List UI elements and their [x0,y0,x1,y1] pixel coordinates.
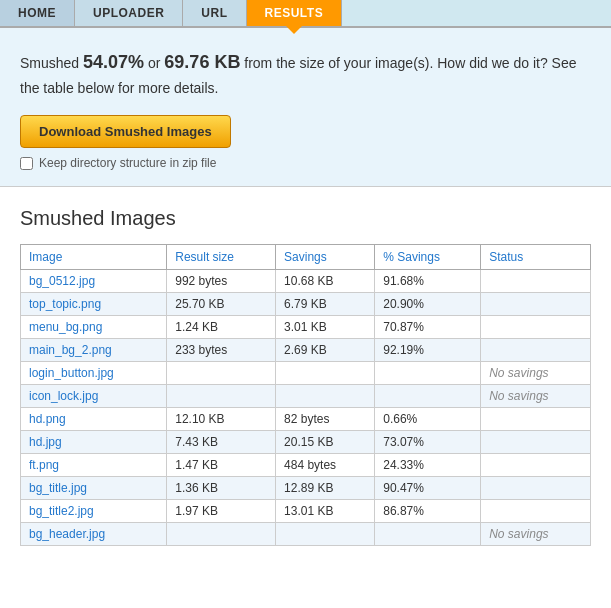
cell-result-size [167,362,276,385]
table-row: main_bg_2.png233 bytes2.69 KB92.19% [21,339,591,362]
cell-pct-savings: 91.68% [375,270,481,293]
checkbox-row: Keep directory structure in zip file [20,156,591,170]
cell-result-size: 233 bytes [167,339,276,362]
cell-image: icon_lock.jpg [21,385,167,408]
summary-section: Smushed 54.07% or 69.76 KB from the size… [0,28,611,187]
main-content: Smushed Images Image Result size Savings… [0,187,611,566]
cell-status [481,293,591,316]
table-row: top_topic.png25.70 KB6.79 KB20.90% [21,293,591,316]
cell-image: hd.png [21,408,167,431]
cell-pct-savings [375,523,481,546]
table-row: menu_bg.png1.24 KB3.01 KB70.87% [21,316,591,339]
cell-pct-savings: 24.33% [375,454,481,477]
cell-pct-savings: 73.07% [375,431,481,454]
cell-image: menu_bg.png [21,316,167,339]
directory-structure-checkbox[interactable] [20,157,33,170]
cell-savings [276,362,375,385]
cell-pct-savings: 90.47% [375,477,481,500]
cell-savings: 484 bytes [276,454,375,477]
cell-savings: 13.01 KB [276,500,375,523]
cell-image: top_topic.png [21,293,167,316]
cell-savings: 2.69 KB [276,339,375,362]
cell-result-size: 1.36 KB [167,477,276,500]
cell-image: ft.png [21,454,167,477]
cell-result-size: 1.97 KB [167,500,276,523]
table-row: hd.jpg7.43 KB20.15 KB73.07% [21,431,591,454]
cell-result-size: 1.24 KB [167,316,276,339]
table-row: bg_title.jpg1.36 KB12.89 KB90.47% [21,477,591,500]
summary-prefix: Smushed [20,55,83,71]
cell-pct-savings: 70.87% [375,316,481,339]
table-row: hd.png12.10 KB82 bytes0.66% [21,408,591,431]
cell-pct-savings: 20.90% [375,293,481,316]
col-status: Status [481,245,591,270]
cell-pct-savings: 0.66% [375,408,481,431]
cell-status: No savings [481,385,591,408]
summary-between: or [144,55,164,71]
tab-home[interactable]: HOME [0,0,75,26]
cell-savings: 12.89 KB [276,477,375,500]
cell-result-size: 7.43 KB [167,431,276,454]
nav-tabs: HOME UPLOADER URL RESULTS [0,0,611,28]
summary-size: 69.76 KB [164,52,240,72]
cell-savings: 20.15 KB [276,431,375,454]
cell-image: main_bg_2.png [21,339,167,362]
col-result-size: Result size [167,245,276,270]
cell-status: No savings [481,523,591,546]
cell-image: login_button.jpg [21,362,167,385]
cell-status [481,454,591,477]
cell-image: hd.jpg [21,431,167,454]
cell-status [481,339,591,362]
col-savings: Savings [276,245,375,270]
table-row: bg_0512.jpg992 bytes10.68 KB91.68% [21,270,591,293]
cell-result-size: 1.47 KB [167,454,276,477]
cell-savings: 3.01 KB [276,316,375,339]
images-table: Image Result size Savings % Savings Stat… [20,244,591,546]
checkbox-label: Keep directory structure in zip file [39,156,216,170]
cell-status [481,431,591,454]
tab-url[interactable]: URL [183,0,246,26]
cell-image: bg_header.jpg [21,523,167,546]
cell-savings [276,385,375,408]
tab-uploader[interactable]: UPLOADER [75,0,183,26]
cell-pct-savings [375,385,481,408]
cell-status [481,500,591,523]
cell-result-size: 25.70 KB [167,293,276,316]
col-pct-savings: % Savings [375,245,481,270]
table-row: ft.png1.47 KB484 bytes24.33% [21,454,591,477]
cell-status [481,270,591,293]
cell-status: No savings [481,362,591,385]
col-image: Image [21,245,167,270]
section-title: Smushed Images [20,207,591,230]
cell-savings [276,523,375,546]
cell-image: bg_title2.jpg [21,500,167,523]
table-row: bg_header.jpgNo savings [21,523,591,546]
summary-text: Smushed 54.07% or 69.76 KB from the size… [20,48,591,99]
table-row: bg_title2.jpg1.97 KB13.01 KB86.87% [21,500,591,523]
cell-image: bg_0512.jpg [21,270,167,293]
cell-status [481,316,591,339]
summary-percentage: 54.07% [83,52,144,72]
cell-result-size: 992 bytes [167,270,276,293]
cell-pct-savings: 92.19% [375,339,481,362]
cell-result-size: 12.10 KB [167,408,276,431]
cell-result-size [167,385,276,408]
table-row: icon_lock.jpgNo savings [21,385,591,408]
cell-savings: 6.79 KB [276,293,375,316]
cell-result-size [167,523,276,546]
cell-status [481,408,591,431]
cell-image: bg_title.jpg [21,477,167,500]
download-button[interactable]: Download Smushed Images [20,115,231,148]
cell-pct-savings: 86.87% [375,500,481,523]
tab-results[interactable]: RESULTS [247,0,343,26]
cell-pct-savings [375,362,481,385]
cell-savings: 82 bytes [276,408,375,431]
cell-savings: 10.68 KB [276,270,375,293]
cell-status [481,477,591,500]
table-row: login_button.jpgNo savings [21,362,591,385]
